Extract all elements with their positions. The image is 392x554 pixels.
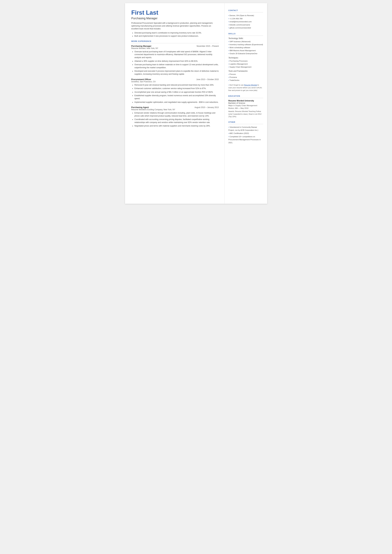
left-column: First Last Purchasing Manager Profession… bbox=[125, 3, 224, 204]
candidate-title: Purchasing Manager bbox=[131, 17, 219, 20]
job-bullet: Oversaw tactical purchasing team of 8 em… bbox=[134, 50, 219, 59]
contact-heading: CONTACT bbox=[228, 9, 263, 11]
contact-section: CONTACT Denver, OH (Open to Remote)+1-23… bbox=[228, 9, 263, 29]
promo-text: Don't forget to use Resume Worded to sca… bbox=[228, 84, 263, 92]
contact-item: email@resumeworded.com bbox=[228, 20, 263, 23]
job-block: Purchasing ManagerNovember 2015 – Presen… bbox=[131, 45, 219, 76]
other-heading: OTHER bbox=[228, 121, 263, 123]
job-dates: June 2013 – October 2015 bbox=[196, 78, 219, 81]
summary-bullet: Built and implemented 4 new processes to… bbox=[134, 35, 219, 37]
edu-degree: Bachelor of Science bbox=[228, 102, 263, 104]
contact-item: Denver, OH (Open to Remote) bbox=[228, 14, 263, 17]
resume-worded-link[interactable]: Resume Worded bbox=[244, 84, 257, 86]
contact-list: Denver, OH (Open to Remote)+1-234-456-78… bbox=[228, 14, 263, 29]
contact-item: +1-234-456-789 bbox=[228, 17, 263, 20]
other-list: Volunteered in Community Bazaar Project,… bbox=[228, 126, 263, 144]
job-dates: November 2015 – Present bbox=[196, 45, 219, 47]
other-item: Volunteered in Community Bazaar Project,… bbox=[228, 126, 263, 132]
summary-bullets: Directed purchasing team's contribution … bbox=[131, 31, 219, 37]
skills-list: Purchasing ProcessesLogistics Management… bbox=[228, 60, 263, 69]
skills-heading: SKILLS bbox=[228, 33, 263, 35]
skills-section: SKILLS Technology Skills:SAP business (A… bbox=[228, 33, 263, 92]
job-company: Resume Worded, New York, NY bbox=[131, 47, 219, 49]
skill-item: SAP business (Advanced) bbox=[228, 40, 263, 43]
other-item: ABC Certification (2022) bbox=[228, 132, 263, 135]
job-bullets: Enhanced vendor relations through commun… bbox=[131, 112, 219, 127]
right-column: CONTACT Denver, OH (Open to Remote)+1-23… bbox=[224, 3, 267, 204]
summary-text: Professional Procurement Specialist with… bbox=[131, 22, 219, 30]
job-bullet: Established supplier diversity program, … bbox=[134, 94, 219, 100]
skills-list: SAP business (Advanced)Inventory trackin… bbox=[228, 40, 263, 55]
education-heading: EDUCATION bbox=[228, 95, 263, 97]
edu-school: Resume Worded University bbox=[228, 100, 263, 102]
skill-item: Work scheduling software bbox=[228, 46, 263, 49]
edu-awards: Awards: Resume Worded Teaching Fellow (o… bbox=[228, 110, 263, 118]
job-header: Purchasing AgentAugust 2010 – January 20… bbox=[131, 106, 219, 108]
education-section: EDUCATION Resume Worded University Bache… bbox=[228, 95, 263, 118]
skill-item: IBM Maximo Asset Management bbox=[228, 49, 263, 52]
skill-item: Oracle JD Edwards EnterpriseOne bbox=[228, 52, 263, 55]
skill-item: TradeGecko bbox=[228, 79, 263, 82]
job-dates: August 2010 – January 2013 bbox=[195, 106, 219, 108]
job-bullet: Developed and executed 3 process improve… bbox=[134, 70, 219, 76]
job-header: Purchasing ManagerNovember 2015 – Presen… bbox=[131, 45, 219, 47]
candidate-name: First Last bbox=[131, 9, 219, 16]
skill-item: Precoro bbox=[228, 73, 263, 76]
skills-divider bbox=[228, 35, 263, 36]
contact-divider bbox=[228, 12, 263, 13]
edu-major: Major in Supply Chain Management bbox=[228, 104, 263, 107]
job-bullet: Accomplished year one annual saving of $… bbox=[134, 91, 219, 94]
job-bullet: Enhanced vendor relations through commun… bbox=[134, 112, 219, 117]
skills-category-label: Technology Skills: bbox=[228, 37, 263, 40]
resume-page: First Last Purchasing Manager Profession… bbox=[125, 3, 267, 204]
job-company: Growthsi, San Francisco, CA bbox=[131, 81, 219, 83]
work-experience-heading: WORK EXPERIENCE bbox=[131, 40, 219, 42]
job-block: Purchasing AgentAugust 2010 – January 20… bbox=[131, 106, 219, 127]
skill-item: Purchasing Processes bbox=[228, 60, 263, 63]
summary-bullet: Directed purchasing team's contribution … bbox=[134, 31, 219, 34]
job-bullet: Coordinated with accounting concerning p… bbox=[134, 118, 219, 124]
job-bullets: Removed 8-year-old closeout backlog and … bbox=[131, 84, 219, 104]
skills-list: PrecoroPromenaTradeGecko bbox=[228, 73, 263, 82]
job-bullet: Implemented supplier optimization, and n… bbox=[134, 101, 219, 104]
job-bullet: Attained a 30% supplier on-time delivery… bbox=[134, 60, 219, 63]
job-title: Purchasing Agent bbox=[131, 106, 149, 108]
job-block: Procurement OfficerJune 2013 – October 2… bbox=[131, 78, 219, 104]
skills-category-label: Tools and Frameworks: bbox=[228, 70, 263, 72]
contact-item: github.com/resumeworded bbox=[228, 26, 263, 29]
job-title: Procurement Officer bbox=[131, 78, 151, 81]
skill-item: Logistics Management bbox=[228, 63, 263, 66]
other-item: Completed 10+ competitions on Procuremen… bbox=[228, 135, 263, 144]
job-bullet: Removed 8-year-old closeout backlog and … bbox=[134, 84, 219, 87]
job-title: Purchasing Manager bbox=[131, 45, 152, 47]
skills-category-label: Techniques: bbox=[228, 57, 263, 59]
education-block: Resume Worded University Bachelor of Sci… bbox=[228, 100, 263, 118]
job-bullet: Oversaw purchasing team to deliver mater… bbox=[134, 63, 219, 69]
other-section: OTHER Volunteered in Community Bazaar Pr… bbox=[228, 121, 263, 144]
contact-item: linkedin.com/in/username bbox=[228, 23, 263, 27]
skill-item: Promena bbox=[228, 76, 263, 79]
skill-item: Inventory tracking software (Experienced… bbox=[228, 43, 263, 46]
job-header: Procurement OfficerJune 2013 – October 2… bbox=[131, 78, 219, 81]
job-company: Resume Worded's Exciting Company, New Yo… bbox=[131, 108, 219, 111]
job-bullet: Enhanced customer satisfaction; customer… bbox=[134, 87, 219, 90]
skill-item: Supply Chain Management bbox=[228, 66, 263, 69]
job-bullets: Oversaw tactical purchasing team of 8 em… bbox=[131, 50, 219, 76]
jobs-container: Purchasing ManagerNovember 2015 – Presen… bbox=[131, 45, 219, 127]
job-bullet: Negotiated prices and terms with materia… bbox=[134, 125, 219, 127]
skills-container: Technology Skills:SAP business (Advanced… bbox=[228, 37, 263, 82]
edu-location-date: Boston, MA — May 2010 bbox=[228, 107, 263, 110]
